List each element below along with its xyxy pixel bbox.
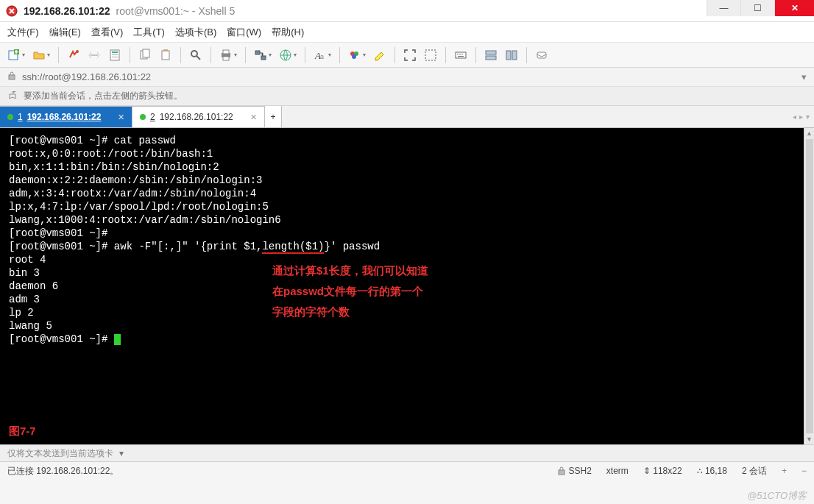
window-controls: — ☐ ✕: [707, 0, 814, 16]
fullscreen-button[interactable]: [402, 46, 418, 64]
help-button[interactable]: [534, 46, 550, 64]
menu-tabs[interactable]: 选项卡(B): [175, 26, 216, 39]
svg-rect-33: [512, 51, 517, 60]
address-url[interactable]: ssh://root@192.168.26.101:22: [22, 71, 796, 82]
svg-rect-10: [162, 51, 169, 60]
separator: [445, 47, 446, 63]
tab-index: 2: [150, 112, 155, 122]
close-button[interactable]: ✕: [774, 0, 814, 16]
svg-rect-30: [486, 51, 496, 54]
separator: [394, 47, 395, 63]
tab-close-icon[interactable]: ✕: [250, 113, 257, 122]
print-button[interactable]: [218, 46, 238, 64]
svg-rect-17: [261, 56, 266, 60]
transfer-button[interactable]: [252, 46, 273, 64]
svg-rect-16: [255, 51, 260, 54]
menu-file[interactable]: 文件(F): [7, 26, 39, 39]
svg-rect-35: [9, 75, 15, 79]
status-term: xterm: [606, 466, 629, 476]
menu-window[interactable]: 窗口(W): [227, 26, 261, 39]
menu-tools[interactable]: 工具(T): [133, 26, 165, 39]
tabs-prev-icon[interactable]: ◂: [793, 113, 796, 121]
scroll-up-icon[interactable]: ▲: [804, 128, 814, 138]
separator: [210, 47, 211, 63]
tabs-next-icon[interactable]: ▸: [799, 113, 803, 121]
app-icon: [6, 5, 18, 17]
separator: [526, 47, 527, 63]
separator: [180, 47, 181, 63]
svg-rect-27: [459, 54, 461, 54]
minimize-button[interactable]: —: [707, 0, 740, 16]
font-button[interactable]: Aa: [312, 46, 333, 64]
color-scheme-button[interactable]: [347, 46, 367, 64]
disconnect-button[interactable]: [86, 46, 102, 64]
send-bar-text: 仅将文本发送到当前选项卡: [7, 447, 113, 460]
svg-point-12: [191, 51, 197, 57]
svg-rect-36: [559, 470, 565, 475]
toolbar: Aa: [0, 43, 814, 68]
separator: [475, 47, 476, 63]
figure-label: 图7-7: [9, 425, 36, 439]
address-bar: ssh://root@192.168.26.101:22 ▾: [0, 68, 814, 87]
annotation-overlay: 通过计算$1长度，我们可以知道 在passwd文件每一行的第一个 字段的字符个数: [272, 260, 428, 322]
menu-edit[interactable]: 编辑(E): [49, 26, 81, 39]
menubar: 文件(F) 编辑(E) 查看(V) 工具(T) 选项卡(B) 窗口(W) 帮助(…: [0, 22, 814, 43]
encoding-button[interactable]: [277, 46, 298, 64]
menu-view[interactable]: 查看(V): [91, 26, 123, 39]
hint-text: 要添加当前会话，点击左侧的箭头按钮。: [24, 90, 183, 102]
paste-button[interactable]: [158, 46, 174, 64]
svg-rect-7: [112, 57, 118, 57]
tab-index: 1: [18, 112, 23, 122]
svg-rect-11: [163, 49, 168, 52]
svg-rect-32: [506, 51, 511, 60]
status-dot-icon: [140, 114, 146, 120]
watermark: @51CTO博客: [747, 489, 807, 503]
properties-button[interactable]: [107, 46, 123, 64]
reconnect-button[interactable]: [66, 46, 82, 64]
send-bar[interactable]: 仅将文本发送到当前选项卡 ▾: [0, 444, 814, 462]
new-session-button[interactable]: [6, 46, 26, 64]
tile-horizontal-button[interactable]: [483, 46, 499, 64]
status-minus-icon[interactable]: −: [801, 466, 807, 476]
terminal-area: [root@vms001 ~]# cat passwd root:x,0:0:r…: [0, 128, 814, 444]
open-session-button[interactable]: [31, 46, 52, 64]
svg-rect-31: [486, 56, 496, 60]
svg-point-3: [76, 50, 79, 53]
address-dropdown-icon[interactable]: ▾: [801, 71, 807, 82]
tabs-nav: ◂ ▸ ▾: [793, 106, 810, 127]
window-title-main: 192.168.26.101:22: [24, 5, 110, 17]
tab-close-icon[interactable]: ✕: [118, 113, 124, 122]
menu-help[interactable]: 帮助(H): [272, 26, 304, 39]
maximize-button[interactable]: ☐: [740, 0, 774, 16]
status-plus-icon[interactable]: +: [782, 466, 787, 476]
annotation-line: 在passwd文件每一行的第一个: [272, 281, 428, 302]
scroll-thumb[interactable]: [806, 139, 813, 433]
tile-vertical-button[interactable]: [503, 46, 520, 64]
plus-icon: +: [270, 112, 275, 122]
session-tab-1[interactable]: 1 192.168.26.101:22 ✕: [0, 106, 132, 127]
transparency-button[interactable]: [422, 46, 439, 64]
find-button[interactable]: [188, 46, 204, 64]
keyboard-button[interactable]: [453, 46, 469, 64]
separator: [245, 47, 246, 63]
svg-rect-28: [461, 54, 463, 54]
tab-add-button[interactable]: +: [264, 106, 282, 127]
scroll-down-icon[interactable]: ▼: [804, 434, 814, 444]
bookmark-add-icon[interactable]: [7, 90, 18, 102]
lock-icon: [7, 71, 16, 82]
send-bar-dropdown-icon[interactable]: ▾: [119, 448, 124, 458]
svg-rect-24: [425, 50, 436, 60]
highlight-button[interactable]: [372, 46, 388, 64]
separator: [58, 47, 59, 63]
hint-bar: 要添加当前会话，点击左侧的箭头按钮。: [0, 87, 814, 106]
terminal-scrollbar[interactable]: ▲ ▼: [804, 128, 814, 444]
status-bar: 已连接 192.168.26.101:22。 SSH2 xterm ⇕ 118x…: [0, 462, 814, 480]
status-dot-icon: [7, 114, 13, 120]
copy-button[interactable]: [137, 46, 153, 64]
svg-rect-14: [223, 50, 229, 54]
tab-label: 192.168.26.101:22: [160, 112, 233, 122]
tabs-list-icon[interactable]: ▾: [806, 113, 810, 121]
svg-rect-9: [143, 49, 149, 57]
session-tab-2[interactable]: 2 192.168.26.101:22 ✕: [132, 106, 265, 127]
session-tabs: 1 192.168.26.101:22 ✕ 2 192.168.26.101:2…: [0, 106, 814, 128]
